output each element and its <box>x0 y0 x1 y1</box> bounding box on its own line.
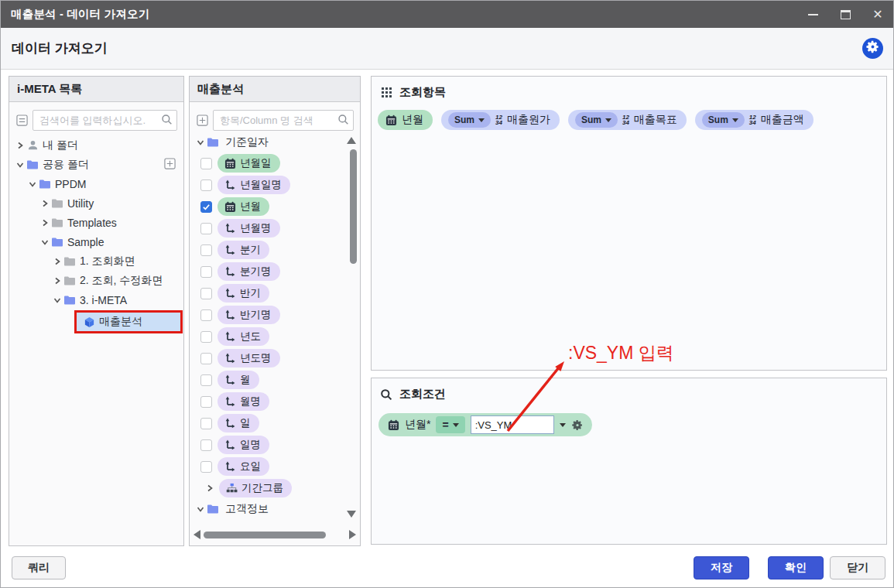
field-row[interactable]: 년도 <box>190 326 344 347</box>
tree-item[interactable]: 내 폴더 <box>9 135 183 155</box>
collapse-all-icon[interactable] <box>15 115 28 127</box>
field-label: 반기명 <box>240 308 272 322</box>
field-checkbox[interactable] <box>200 439 212 451</box>
field-checkbox[interactable] <box>200 461 212 473</box>
query-item-chip[interactable]: Sum1234매출목표 <box>568 110 687 130</box>
scroll-down-arrow[interactable] <box>347 511 356 518</box>
field-chip[interactable]: 분기명 <box>218 262 280 281</box>
query-item-chip[interactable]: Sum1234매출원가 <box>441 110 560 130</box>
tree-item[interactable]: 3. i-META <box>9 290 183 309</box>
field-row[interactable]: 년월일명 <box>190 174 344 196</box>
field-checkbox[interactable] <box>200 244 212 256</box>
maximize-button[interactable] <box>839 9 851 21</box>
field-checkbox[interactable] <box>200 158 212 169</box>
field-checkbox[interactable] <box>200 223 212 234</box>
aggregation-label: Sum <box>581 115 601 125</box>
field-row[interactable]: 일 <box>190 412 344 434</box>
field-chip[interactable]: 월 <box>218 371 259 389</box>
query-button[interactable]: 쿼리 <box>12 556 66 579</box>
close-button[interactable]: ✕ <box>872 9 884 21</box>
search-icon <box>161 114 173 128</box>
horizontal-scrollbar-thumb[interactable] <box>204 532 326 538</box>
field-chip[interactable]: 년월일명 <box>218 176 290 194</box>
field-checkbox[interactable] <box>200 266 212 278</box>
field-row[interactable]: 년도명 <box>190 347 344 369</box>
field-row[interactable]: 일명 <box>190 434 344 456</box>
expand-all-icon[interactable] <box>196 115 208 127</box>
dimension-icon <box>224 417 236 429</box>
ok-button[interactable]: 확인 <box>768 556 824 579</box>
field-row[interactable]: 분기명 <box>190 261 344 282</box>
field-checkbox[interactable] <box>200 201 212 213</box>
field-chip[interactable]: 월명 <box>218 392 269 411</box>
vertical-scrollbar-thumb[interactable] <box>350 149 357 264</box>
tree-item[interactable]: Sample <box>9 232 183 251</box>
field-chip[interactable]: 년도명 <box>218 349 280 368</box>
filter-settings-icon[interactable] <box>571 419 584 431</box>
field-chip[interactable]: 일명 <box>218 436 269 454</box>
field-checkbox[interactable] <box>200 353 212 364</box>
field-checkbox[interactable] <box>200 179 212 191</box>
field-row[interactable]: 반기 <box>190 282 344 304</box>
field-row[interactable]: 요일 <box>190 456 344 477</box>
scroll-right-arrow[interactable] <box>349 530 356 539</box>
field-checkbox[interactable] <box>200 288 212 299</box>
aggregation-dropdown[interactable]: Sum <box>575 112 618 128</box>
chevron-down-icon <box>39 236 51 248</box>
field-chip[interactable]: 년도 <box>218 327 269 346</box>
field-chip[interactable]: 년월일 <box>218 154 280 173</box>
field-chip[interactable]: 일 <box>218 414 259 432</box>
aggregation-dropdown[interactable]: Sum <box>702 112 745 128</box>
field-checkbox[interactable] <box>200 309 212 321</box>
field-search-input[interactable] <box>213 110 354 131</box>
field-chip[interactable]: 년월 <box>218 197 269 216</box>
tree-item[interactable]: 2. 조회, 수정화면 <box>9 271 183 290</box>
scroll-up-arrow[interactable] <box>347 137 356 144</box>
field-row[interactable]: 분기 <box>190 239 344 261</box>
query-item-chip[interactable]: 년월 <box>378 110 433 130</box>
add-folder-button[interactable] <box>164 158 176 172</box>
field-row[interactable]: 월명 <box>190 391 344 412</box>
tree-item[interactable]: 공용 폴더 <box>9 155 183 174</box>
dimension-icon <box>224 460 236 473</box>
field-chip[interactable]: 요일 <box>218 457 269 476</box>
save-button[interactable]: 저장 <box>694 556 749 579</box>
field-group-row[interactable]: 기간그룹 <box>190 477 344 499</box>
value-dropdown-icon[interactable] <box>560 423 566 427</box>
imeta-search-input[interactable] <box>33 110 177 131</box>
tree-item[interactable]: PPDM <box>9 174 183 193</box>
field-folder[interactable]: 고객정보 <box>190 499 344 519</box>
folder-icon <box>51 197 63 210</box>
operator-dropdown[interactable]: = <box>436 416 464 433</box>
minimize-button[interactable] <box>807 9 819 21</box>
field-row[interactable]: 반기명 <box>190 304 344 326</box>
field-checkbox[interactable] <box>200 374 212 386</box>
close-dialog-button[interactable]: 닫기 <box>830 556 885 579</box>
tree-item[interactable]: 매출분석 <box>9 309 183 334</box>
query-item-chip[interactable]: Sum1234매출금액 <box>695 110 814 130</box>
field-row[interactable]: 년월명 <box>190 217 344 239</box>
chevron-down-icon <box>478 118 485 122</box>
tree-item[interactable]: Utility <box>9 193 183 213</box>
dimension-icon <box>224 287 236 299</box>
scroll-left-arrow[interactable] <box>194 530 200 539</box>
field-row[interactable]: 년월일 <box>190 152 344 174</box>
tree-item[interactable]: 1. 조회화면 <box>9 251 183 271</box>
filter-value-input[interactable] <box>471 415 554 434</box>
field-row[interactable]: 월 <box>190 369 344 391</box>
field-label: 반기 <box>240 286 261 300</box>
field-chip[interactable]: 기간그룹 <box>219 479 292 497</box>
field-checkbox[interactable] <box>200 396 212 408</box>
tree-item[interactable]: Templates <box>9 213 183 232</box>
aggregation-dropdown[interactable]: Sum <box>448 112 491 128</box>
field-chip[interactable]: 반기 <box>218 284 269 303</box>
field-checkbox[interactable] <box>200 331 212 343</box>
chevron-right-icon <box>51 255 63 268</box>
field-row[interactable]: 년월 <box>190 196 344 217</box>
field-chip[interactable]: 반기명 <box>218 306 280 324</box>
field-chip[interactable]: 분기 <box>218 241 269 259</box>
field-folder[interactable]: 기준일자 <box>190 132 344 152</box>
settings-button[interactable] <box>862 38 883 59</box>
field-checkbox[interactable] <box>200 418 212 429</box>
field-chip[interactable]: 년월명 <box>218 219 280 238</box>
